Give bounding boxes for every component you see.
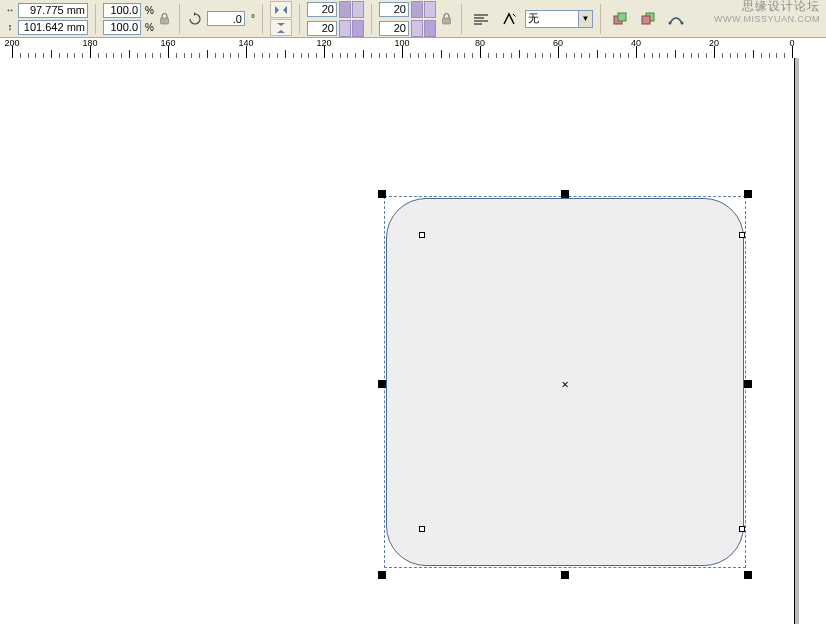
svg-rect-3 — [474, 17, 484, 19]
drawing-canvas[interactable]: ✕ — [0, 58, 826, 624]
corner-handle[interactable] — [419, 526, 425, 532]
to-back-button[interactable] — [636, 7, 660, 31]
lock-ratio-button[interactable] — [158, 12, 172, 26]
selection-handle[interactable] — [378, 190, 386, 198]
corner-spinner-down[interactable] — [424, 1, 436, 18]
corner-tl-field[interactable] — [307, 2, 337, 17]
rotation-input[interactable] — [210, 12, 242, 25]
separator — [371, 4, 372, 34]
mirror-horizontal-button[interactable] — [270, 1, 292, 18]
separator — [600, 4, 601, 34]
corner-br-input[interactable] — [382, 22, 406, 35]
svg-point-10 — [668, 21, 671, 24]
property-bar: ↔ ↕ % % — [0, 0, 826, 38]
corner-handle[interactable] — [739, 232, 745, 238]
scale-y-field[interactable] — [103, 20, 141, 35]
corner-spinner-down[interactable] — [352, 20, 364, 37]
corner-bl-input[interactable] — [310, 22, 334, 35]
corner-bl-field[interactable] — [307, 21, 337, 36]
object-size-group: ↔ ↕ — [4, 3, 88, 35]
wrap-text-button[interactable] — [469, 7, 493, 31]
selection-handle[interactable] — [378, 571, 386, 579]
watermark-en: WWW.MISSYUAN.COM — [714, 13, 820, 26]
text-wrap-value[interactable] — [528, 12, 576, 25]
corner-spinner-down[interactable] — [424, 20, 436, 37]
selection-handle[interactable] — [561, 571, 569, 579]
corner-spinner-up[interactable] — [411, 20, 423, 37]
svg-rect-2 — [474, 14, 488, 16]
separator — [299, 4, 300, 34]
height-icon: ↕ — [4, 21, 16, 33]
rotation-icon — [187, 11, 203, 27]
corner-tr-input[interactable] — [382, 3, 406, 16]
selection-center-marker[interactable]: ✕ — [561, 377, 568, 391]
corner-spinner-up[interactable] — [339, 1, 351, 18]
scale-y-input[interactable] — [106, 21, 138, 34]
svg-rect-4 — [474, 20, 488, 22]
corner-handle[interactable] — [739, 526, 745, 532]
separator — [179, 4, 180, 34]
width-icon: ↔ — [4, 4, 16, 16]
lock-corners-button[interactable] — [440, 12, 454, 26]
selection-handle[interactable] — [744, 190, 752, 198]
page-shadow — [795, 58, 799, 624]
to-front-button[interactable] — [608, 7, 632, 31]
object-width-field[interactable] — [18, 3, 88, 18]
svg-rect-5 — [474, 23, 482, 25]
corner-spinner-up[interactable] — [339, 20, 351, 37]
text-wrap-combo[interactable]: ▼ — [525, 10, 593, 28]
object-height-field[interactable] — [18, 20, 88, 35]
svg-point-11 — [680, 21, 683, 24]
svg-rect-7 — [618, 13, 626, 21]
combo-dropdown-arrow[interactable]: ▼ — [579, 10, 593, 28]
rotation-field[interactable] — [207, 11, 245, 26]
scale-x-field[interactable] — [103, 3, 141, 18]
separator — [262, 4, 263, 34]
corner-spinner-up[interactable] — [411, 1, 423, 18]
selection-handle[interactable] — [561, 190, 569, 198]
mirror-group — [270, 1, 292, 36]
svg-rect-0 — [161, 18, 169, 24]
corner-roundness-left-group — [307, 1, 364, 37]
corner-br-field[interactable] — [379, 21, 409, 36]
rotation-degree-icon: ° — [251, 13, 255, 24]
watermark: 思缘设计论坛 WWW.MISSYUAN.COM — [714, 0, 820, 26]
corner-handle[interactable] — [419, 232, 425, 238]
watermark-cn: 思缘设计论坛 — [714, 0, 820, 13]
selection-handle[interactable] — [744, 571, 752, 579]
scale-group: % % — [103, 3, 154, 35]
scale-y-unit: % — [145, 22, 154, 33]
convert-curves-button[interactable] — [664, 7, 688, 31]
mirror-vertical-button[interactable] — [270, 19, 292, 36]
object-height-input[interactable] — [21, 21, 85, 34]
separator — [95, 4, 96, 34]
scale-x-unit: % — [145, 5, 154, 16]
selection-handle[interactable] — [378, 380, 386, 388]
corner-tl-input[interactable] — [310, 3, 334, 16]
corner-tr-field[interactable] — [379, 2, 409, 17]
corner-spinner-down[interactable] — [352, 1, 364, 18]
separator — [461, 4, 462, 34]
outline-pen-icon — [497, 7, 521, 31]
selection-handle[interactable] — [744, 380, 752, 388]
svg-rect-1 — [443, 18, 451, 24]
horizontal-ruler[interactable]: 200180160140120100806040200 — [0, 38, 826, 59]
object-width-input[interactable] — [21, 4, 85, 17]
corner-roundness-right-group — [379, 1, 436, 37]
svg-rect-9 — [642, 16, 650, 24]
scale-x-input[interactable] — [106, 4, 138, 17]
